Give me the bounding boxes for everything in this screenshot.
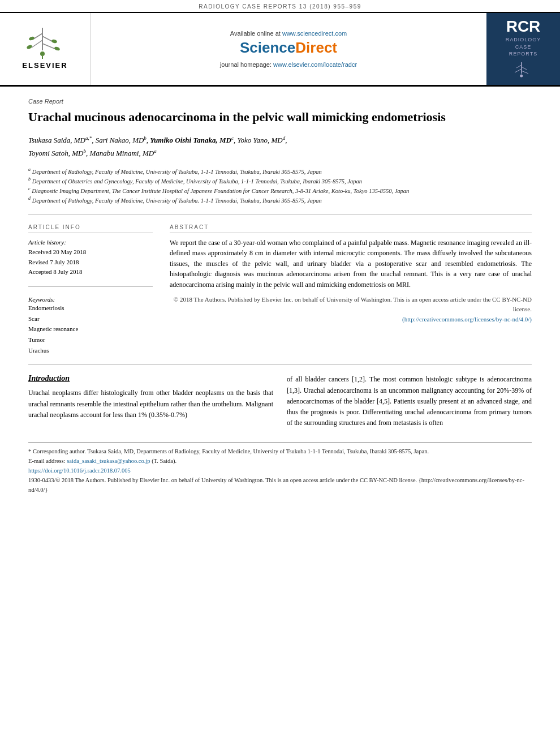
svg-line-1	[33, 33, 42, 39]
keyword-2: Scar	[28, 314, 153, 324]
body-section: Introduction Urachal neoplasms differ hi…	[28, 374, 532, 428]
available-online-label: Available online at www.sciencedirect.co…	[230, 30, 347, 37]
svg-line-13	[522, 67, 527, 70]
header: ELSEVIER Available online at www.science…	[0, 13, 560, 87]
svg-line-12	[516, 65, 522, 68]
svg-point-5	[29, 36, 35, 41]
sciencedirect-logo: ScienceDirect	[240, 39, 337, 57]
footnote-section: * Corresponding author. Tsukasa Saida, M…	[28, 442, 532, 495]
accepted-date: Accepted 8 July 2018	[28, 267, 153, 277]
keyword-4: Tumor	[28, 334, 153, 345]
svg-point-7	[27, 45, 33, 50]
keywords-section: Keywords: Endometriosis Scar Magnetic re…	[28, 296, 153, 355]
body-left-col: Introduction Urachal neoplasms differ hi…	[28, 374, 273, 428]
divider-1	[28, 214, 532, 215]
journal-homepage-label: journal homepage: www.elsevier.com/locat…	[220, 61, 357, 68]
svg-point-9	[40, 51, 45, 56]
main-content: Case Report Urachal mucinous adenocarcin…	[0, 87, 560, 506]
rcr-logo-section: RCR RADIOLOGY CASE REPORTS	[486, 13, 560, 85]
divider-keywords	[28, 286, 153, 287]
introduction-right-text: of all bladder cancers [1,2]. The most c…	[287, 374, 532, 428]
rcr-box: RCR RADIOLOGY CASE REPORTS	[506, 19, 541, 79]
introduction-left-text: Urachal neoplasms differ histologically …	[28, 388, 273, 420]
rcr-elsevier-icon	[512, 62, 535, 79]
keyword-1: Endometriosis	[28, 303, 153, 314]
introduction-heading: Introduction	[28, 374, 273, 383]
keyword-3: Magnetic resonance	[28, 324, 153, 334]
svg-line-4	[42, 44, 56, 49]
sciencedirect-url[interactable]: www.sciencedirect.com	[282, 30, 347, 37]
svg-line-14	[515, 69, 522, 72]
elsevier-wordmark: ELSEVIER	[22, 61, 67, 70]
article-history: Article history: Received 20 May 2018 Re…	[28, 238, 153, 277]
abstract-col: ABSTRACT We report the case of a 30-year…	[170, 224, 532, 356]
doi-link[interactable]: https://doi.org/10.1016/j.radcr.2018.07.…	[28, 467, 131, 474]
affiliations: a Department of Radiology, Faculty of Me…	[28, 166, 532, 205]
header-center: Available online at www.sciencedirect.co…	[91, 13, 486, 85]
svg-point-6	[51, 39, 58, 44]
email-note: E-mail address: saida_sasaki_tsukasa@yah…	[28, 457, 532, 466]
doi-note: https://doi.org/10.1016/j.radcr.2018.07.…	[28, 466, 532, 476]
abstract-text: We report the case of a 30-year-old woma…	[170, 238, 532, 290]
svg-line-15	[522, 71, 528, 74]
revised-date: Revised 7 July 2018	[28, 257, 153, 268]
body-right-col: of all bladder cancers [1,2]. The most c…	[287, 374, 532, 428]
rcr-subtitle: RADIOLOGY CASE REPORTS	[506, 36, 541, 58]
svg-rect-0	[42, 28, 43, 50]
elsevier-logo-section: ELSEVIER	[0, 13, 91, 85]
issn-note: 1930-0433/© 2018 The Authors. Published …	[28, 476, 532, 495]
keywords-label: Keywords:	[28, 296, 153, 303]
svg-point-8	[54, 46, 61, 51]
journal-banner: Radiology Case Reports 13 (2018) 955–959	[0, 0, 560, 13]
elsevier-tree-icon	[25, 28, 64, 59]
info-abstract-section: ARTICLE INFO Article history: Received 2…	[28, 224, 532, 356]
elsevier-logo: ELSEVIER	[22, 28, 67, 70]
rcr-letters: RCR	[506, 19, 541, 35]
email-link[interactable]: saida_sasaki_tsukasa@yahoo.co.jp	[67, 458, 150, 464]
sciencedirect-sci: Science	[240, 39, 295, 56]
article-info-heading: ARTICLE INFO	[28, 224, 153, 233]
received-date: Received 20 May 2018	[28, 247, 153, 257]
journal-banner-text: Radiology Case Reports 13 (2018) 955–959	[199, 3, 361, 10]
corresponding-author-note: * Corresponding author. Tsukasa Saida, M…	[28, 447, 532, 457]
copyright-text: © 2018 The Authors. Published by Elsevie…	[170, 295, 532, 325]
journal-homepage-url[interactable]: www.elsevier.com/locate/radcr	[273, 61, 357, 68]
svg-rect-11	[521, 62, 522, 74]
sciencedirect-direct: Direct	[295, 39, 337, 56]
section-label: Case Report	[28, 98, 532, 105]
divider-2	[28, 364, 532, 365]
svg-line-3	[32, 40, 42, 48]
page: Radiology Case Reports 13 (2018) 955–959	[0, 0, 560, 747]
authors: Tsukasa Saida, MDa,*, Sari Nakao, MDb, Y…	[28, 134, 532, 159]
abstract-heading: ABSTRACT	[170, 224, 532, 233]
article-info-col: ARTICLE INFO Article history: Received 2…	[28, 224, 153, 356]
cc-license-link[interactable]: (http://creativecommons.org/licenses/by-…	[402, 316, 532, 323]
article-title: Urachal mucinous adenocarcinoma in the p…	[28, 109, 532, 126]
history-label: Article history:	[28, 238, 153, 248]
svg-point-16	[520, 74, 523, 77]
keyword-5: Urachus	[28, 345, 153, 356]
